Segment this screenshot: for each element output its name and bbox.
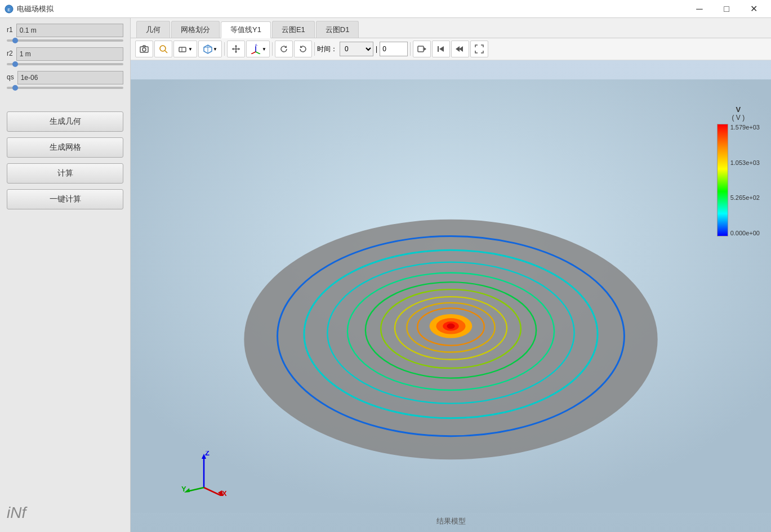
main-layout: r1 r2 qs — [0, 18, 771, 532]
separator-3 — [314, 42, 315, 56]
maximize-button[interactable]: □ — [714, 0, 739, 18]
time-select[interactable]: 0 — [340, 42, 373, 56]
svg-text:E: E — [7, 7, 10, 12]
svg-point-3 — [142, 48, 146, 51]
svg-point-30 — [244, 220, 657, 459]
tab-geometry[interactable]: 几何 — [136, 21, 170, 38]
legend-val-0: 1.579e+03 — [730, 124, 760, 131]
legend-val-2: 5.265e+02 — [730, 194, 760, 201]
separator-1 — [224, 42, 225, 56]
svg-point-43 — [447, 324, 454, 329]
r2-slider-track[interactable] — [7, 63, 123, 65]
param-r2: r2 — [7, 47, 123, 65]
svg-line-18 — [251, 52, 256, 54]
tab-bar: 几何 网格划分 等值线Y1 云图E1 云图D1 — [131, 18, 771, 38]
legend-val-3: 0.000e+00 — [730, 230, 760, 236]
svg-line-47 — [204, 488, 222, 496]
minimize-button[interactable]: ─ — [687, 0, 712, 18]
separator-2 — [272, 42, 273, 56]
canvas-bottom-label: 结果模型 — [436, 516, 466, 526]
title-bar-left: E 电磁场模拟 — [5, 4, 54, 14]
time-section: 时间： 0 | — [317, 42, 408, 56]
toolbar: ▼ ▼ Z — [131, 38, 771, 60]
svg-marker-13 — [235, 45, 237, 47]
axis-indicator: Z X Y — [181, 451, 226, 498]
one-click-calculate-button[interactable]: 一键计算 — [7, 189, 123, 209]
qs-slider-track[interactable] — [7, 87, 123, 89]
svg-text:Z: Z — [205, 451, 210, 457]
fit-button[interactable] — [227, 41, 245, 57]
viewport-svg — [131, 60, 771, 532]
title-bar-controls: ─ □ ✕ — [687, 0, 766, 18]
time-separator: | — [376, 45, 377, 53]
calculate-button[interactable]: 计算 — [7, 163, 123, 184]
svg-line-5 — [165, 51, 167, 53]
search-button[interactable] — [154, 41, 172, 57]
tab-cloud-d1[interactable]: 云图D1 — [316, 21, 359, 38]
r2-label: r2 — [7, 50, 13, 57]
svg-marker-24 — [424, 47, 426, 51]
tab-mesh[interactable]: 网格划分 — [171, 21, 220, 38]
camera-button[interactable] — [135, 41, 153, 57]
viewport-wrapper: ▼ ▼ Z — [131, 38, 771, 532]
r1-slider-thumb[interactable] — [12, 38, 18, 43]
rotate-cw-button[interactable] — [275, 41, 293, 57]
svg-rect-23 — [418, 46, 424, 52]
param-r1: r1 — [7, 24, 123, 42]
canvas-area[interactable]: Z X Y V ( V ) — [131, 60, 771, 532]
legend-title: V — [736, 105, 741, 114]
step-back-button[interactable] — [451, 41, 469, 57]
skip-start-button[interactable] — [432, 41, 450, 57]
right-area: 几何 网格划分 等值线Y1 云图E1 云图D1 ▼ — [131, 18, 771, 532]
cube-button[interactable]: ▼ — [198, 41, 222, 57]
svg-text:X: X — [222, 489, 226, 496]
app-title: 电磁场模拟 — [17, 4, 54, 14]
qs-slider-thumb[interactable] — [12, 85, 18, 91]
legend-row: 1.579e+03 1.053e+03 5.265e+02 0.000e+00 — [717, 124, 760, 236]
generate-mesh-button[interactable]: 生成网格 — [7, 137, 123, 158]
inf-label: iNf — [7, 499, 123, 526]
separator-4 — [410, 42, 411, 56]
title-bar: E 电磁场模拟 ─ □ ✕ — [0, 0, 771, 18]
time-label: 时间： — [317, 44, 337, 54]
svg-marker-15 — [232, 48, 234, 50]
legend-labels: 1.579e+03 1.053e+03 5.265e+02 0.000e+00 — [730, 124, 760, 236]
qs-label: qs — [7, 73, 14, 81]
legend-unit: ( V ) — [732, 114, 745, 122]
svg-text:Y: Y — [181, 485, 186, 493]
svg-line-19 — [256, 52, 260, 54]
svg-marker-28 — [456, 46, 460, 52]
legend-bar — [717, 124, 728, 236]
rotate-ccw-button[interactable] — [294, 41, 312, 57]
axis-button[interactable]: Z ▼ — [246, 41, 270, 57]
sidebar: r1 r2 qs — [0, 18, 131, 532]
legend-val-1: 1.053e+03 — [730, 159, 760, 166]
r2-slider-thumb[interactable] — [12, 61, 18, 67]
svg-marker-16 — [238, 48, 240, 50]
tab-cloud-e1[interactable]: 云图E1 — [272, 21, 315, 38]
fullscreen-button[interactable] — [470, 41, 488, 57]
svg-marker-25 — [439, 46, 444, 52]
svg-marker-27 — [459, 46, 463, 52]
r1-label: r1 — [7, 26, 13, 34]
svg-marker-14 — [235, 51, 237, 53]
close-button[interactable]: ✕ — [741, 0, 766, 18]
time-input2[interactable] — [380, 42, 408, 56]
record-button[interactable] — [413, 41, 431, 57]
eraser-button[interactable]: ▼ — [173, 41, 197, 57]
svg-point-4 — [160, 46, 166, 51]
svg-text:Z: Z — [255, 44, 258, 46]
app-icon: E — [5, 5, 14, 14]
r1-slider-track[interactable] — [7, 39, 123, 42]
param-qs: qs — [7, 71, 123, 89]
qs-input[interactable] — [17, 71, 123, 84]
svg-rect-6 — [179, 47, 186, 52]
r1-input[interactable] — [16, 24, 123, 37]
color-legend: V ( V ) 1.579e+03 1.053e+03 5.265e+02 0.… — [717, 105, 760, 236]
r2-input[interactable] — [16, 47, 123, 61]
generate-geometry-button[interactable]: 生成几何 — [7, 111, 123, 132]
tab-contour-y1[interactable]: 等值线Y1 — [221, 21, 271, 38]
